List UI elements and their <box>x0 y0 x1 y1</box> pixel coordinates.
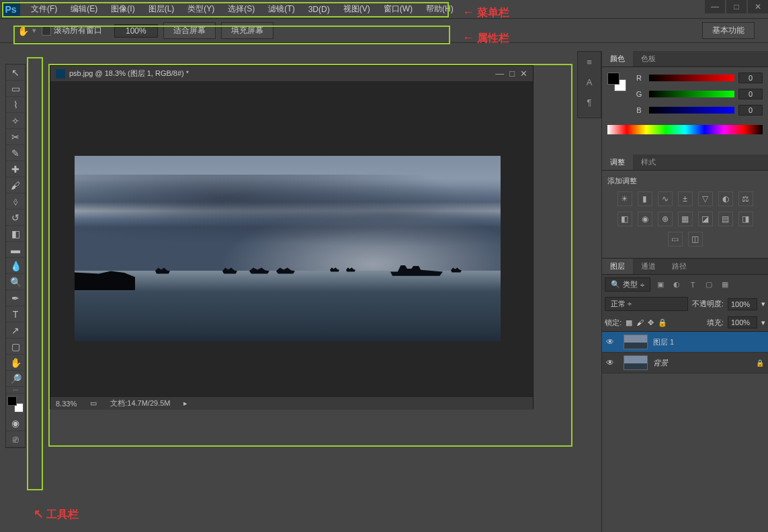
mini-paragraph-icon[interactable]: ¶ <box>578 92 601 112</box>
doc-titlebar[interactable]: psb.jpg @ 18.3% (图层 1, RGB/8#) * — □ ✕ <box>50 66 533 82</box>
spectrum-bar[interactable] <box>607 125 763 134</box>
bw-icon[interactable]: ◧ <box>617 212 632 226</box>
stamp-tool[interactable]: ⎀ <box>6 193 25 210</box>
tab-styles[interactable]: 样式 <box>633 154 664 170</box>
layer-item-bg[interactable]: 👁 背景 🔒 <box>602 353 768 373</box>
filter-smart-icon[interactable]: ▦ <box>719 279 731 290</box>
layer-name[interactable]: 背景 <box>653 358 756 368</box>
layer-name[interactable]: 图层 1 <box>653 337 764 347</box>
filter-shape-icon[interactable]: ▢ <box>703 279 715 290</box>
menu-edit[interactable]: 编辑(E) <box>64 1 104 17</box>
menu-help[interactable]: 帮助(H) <box>419 1 460 17</box>
filter-adjust-icon[interactable]: ◐ <box>671 279 683 290</box>
vibrance-icon[interactable]: ▽ <box>698 191 713 206</box>
move-tool[interactable]: ↖ <box>6 64 25 81</box>
value-r[interactable]: 0 <box>738 73 763 83</box>
levels-icon[interactable]: ▮ <box>638 191 652 206</box>
color-swatch[interactable] <box>607 73 626 91</box>
lock-all-icon[interactable]: 🔒 <box>658 318 667 327</box>
channel-mixer-icon[interactable]: ⊕ <box>658 212 673 226</box>
hue-icon[interactable]: ◐ <box>718 191 733 206</box>
value-g[interactable]: 0 <box>738 89 763 99</box>
status-preview-icon[interactable]: ▭ <box>90 399 97 408</box>
fill-input[interactable]: 100% <box>728 316 757 328</box>
gradient-map-icon[interactable]: ▭ <box>668 232 683 247</box>
blur-tool[interactable]: 💧 <box>6 258 25 274</box>
mini-char-icon[interactable]: A <box>578 72 601 92</box>
filter-pixel-icon[interactable]: ▣ <box>654 279 667 290</box>
brush-tool[interactable]: 🖌 <box>6 177 25 193</box>
gradient-tool[interactable]: ▬ <box>6 242 25 258</box>
scroll-all-checkbox[interactable] <box>42 26 51 36</box>
doc-close-button[interactable]: ✕ <box>520 69 527 79</box>
tab-adjust[interactable]: 调整 <box>602 154 633 170</box>
menu-select[interactable]: 选择(S) <box>221 1 261 17</box>
minimize-button[interactable]: — <box>705 0 725 13</box>
menu-type[interactable]: 类型(Y) <box>181 1 221 17</box>
menu-3d[interactable]: 3D(D) <box>302 2 337 17</box>
quickmask-tool[interactable]: ◉ <box>6 415 25 431</box>
shape-tool[interactable]: ▢ <box>6 339 25 355</box>
value-b[interactable]: 0 <box>738 105 763 116</box>
marquee-tool[interactable]: ▭ <box>6 81 25 97</box>
doc-minimize-button[interactable]: — <box>495 69 504 79</box>
wand-tool[interactable]: ✧ <box>6 113 25 129</box>
filter-kind-dropdown[interactable]: 🔍 类型 ÷ <box>605 277 650 292</box>
doc-maximize-button[interactable]: □ <box>509 69 515 79</box>
layer-thumb[interactable] <box>624 355 648 370</box>
curves-icon[interactable]: ∿ <box>658 191 673 206</box>
history-brush-tool[interactable]: ↺ <box>6 210 25 226</box>
zoom-tool[interactable]: 🔎 <box>6 371 25 387</box>
menu-view[interactable]: 视图(V) <box>337 1 377 17</box>
type-tool[interactable]: T <box>6 306 25 322</box>
zoom-input[interactable]: 100% <box>114 24 158 38</box>
slider-b[interactable] <box>649 107 734 114</box>
crop-tool[interactable]: ✂ <box>6 129 25 145</box>
menu-image[interactable]: 图像(I) <box>104 1 141 17</box>
visibility-icon[interactable]: 👁 <box>606 337 618 347</box>
tab-layers[interactable]: 图层 <box>602 259 633 274</box>
layer-thumb[interactable] <box>624 335 648 349</box>
dropdown-icon[interactable]: ▾ <box>32 26 36 35</box>
maximize-button[interactable]: □ <box>726 0 746 13</box>
tab-swatches[interactable]: 色板 <box>633 51 664 66</box>
fit-screen-button[interactable]: 适合屏幕 <box>163 22 216 39</box>
eraser-tool[interactable]: ◧ <box>6 226 25 242</box>
lasso-tool[interactable]: ⌇ <box>6 97 25 113</box>
fill-dropdown-icon[interactable]: ▾ <box>761 318 765 327</box>
workspace-basic-button[interactable]: 基本功能 <box>702 22 755 39</box>
tab-channels[interactable]: 通道 <box>633 259 664 274</box>
visibility-icon[interactable]: 👁 <box>606 358 618 367</box>
pen-tool[interactable]: ✒ <box>6 290 25 306</box>
tab-paths[interactable]: 路径 <box>664 259 695 274</box>
status-zoom[interactable]: 8.33% <box>56 400 77 408</box>
threshold-icon[interactable]: ◨ <box>738 212 753 226</box>
hand-tool-icon[interactable]: ✋ <box>15 24 31 38</box>
selective-color-icon[interactable]: ◫ <box>688 232 703 247</box>
opacity-dropdown-icon[interactable]: ▾ <box>761 300 765 308</box>
menu-layer[interactable]: 图层(L) <box>142 1 181 17</box>
posterize-icon[interactable]: ▤ <box>718 212 733 226</box>
close-button[interactable]: ✕ <box>748 0 768 13</box>
photo-filter-icon[interactable]: ◉ <box>638 212 652 226</box>
dodge-tool[interactable]: 🔍 <box>6 274 25 290</box>
filter-type-icon[interactable]: T <box>687 279 699 290</box>
lock-transparent-icon[interactable]: ▩ <box>626 318 632 327</box>
slider-r[interactable] <box>649 75 734 81</box>
opacity-input[interactable]: 100% <box>728 298 757 310</box>
eyedropper-tool[interactable]: ✎ <box>6 145 25 161</box>
menu-window[interactable]: 窗口(W) <box>377 1 419 17</box>
exposure-icon[interactable]: ± <box>678 191 693 206</box>
invert-icon[interactable]: ◪ <box>698 212 713 226</box>
blend-mode-dropdown[interactable]: 正常 ÷ <box>605 297 688 311</box>
canvas-area[interactable] <box>50 82 533 396</box>
healing-tool[interactable]: ✚ <box>6 161 25 177</box>
path-tool[interactable]: ↗ <box>6 322 25 339</box>
fill-screen-button[interactable]: 填充屏幕 <box>221 22 273 39</box>
brightness-icon[interactable]: ☀ <box>617 191 632 206</box>
status-flyout-icon[interactable]: ▸ <box>183 399 187 408</box>
mini-history-icon[interactable]: ≡ <box>578 52 601 72</box>
menu-file[interactable]: 文件(F) <box>24 1 64 17</box>
lock-move-icon[interactable]: ✥ <box>648 318 654 327</box>
slider-g[interactable] <box>649 91 734 97</box>
